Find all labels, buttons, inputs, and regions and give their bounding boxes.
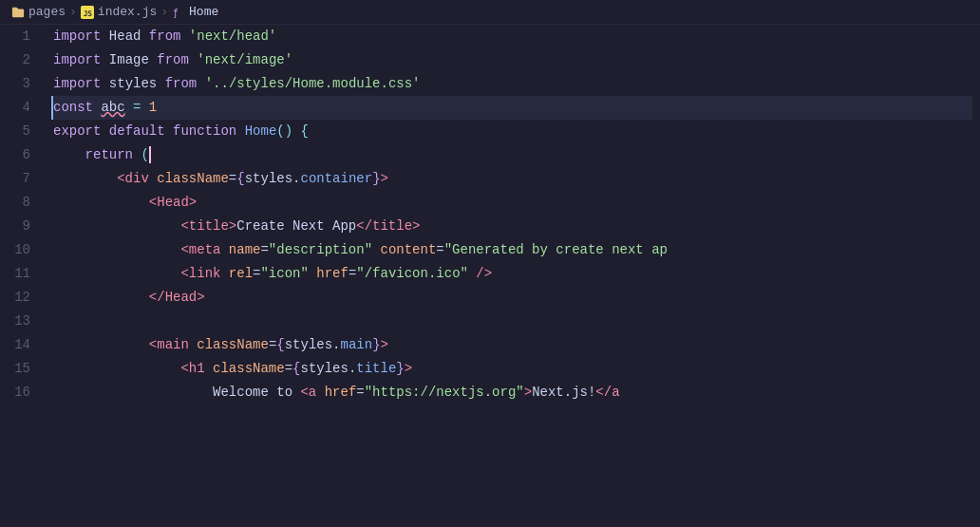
line-num-6: 6 [8,143,30,167]
js-file-icon: JS [81,6,94,19]
code-line-5: export default function Home() { [53,120,972,143]
line-num-15: 15 [8,357,30,381]
folder-icon [11,6,25,19]
code-line-6: return ( [53,143,972,167]
svg-text:JS: JS [83,9,92,18]
code-line-15: <h1 className={styles.title}> [53,357,972,381]
line-num-7: 7 [8,167,30,191]
code-line-14: <main className={styles.main}> [53,333,972,357]
breadcrumb-home-label: Home [189,5,218,19]
code-line-12: </Head> [53,286,972,310]
svg-text:ƒ: ƒ [173,7,179,17]
line-num-2: 2 [8,48,30,72]
line-num-10: 10 [8,238,30,262]
code-line-10: <meta name="description" content="Genera… [53,238,972,262]
code-line-3: import styles from '../styles/Home.modul… [53,72,972,96]
code-line-13 [53,310,972,333]
line-num-14: 14 [8,333,30,357]
line-numbers: 1 2 3 4 5 6 7 8 9 10 11 12 13 14 15 16 [0,25,46,527]
code-line-9: <title>Create Next App</title> [53,215,972,238]
breadcrumb-pages[interactable]: pages [11,5,66,19]
breadcrumb-sep-2: › [160,5,168,19]
breadcrumb-indexjs-label: index.js [98,5,157,19]
code-line-7: <div className={styles.container}> [53,167,972,191]
line-num-8: 8 [8,191,30,215]
line-num-16: 16 [8,381,30,405]
breadcrumb: pages › JS index.js › ƒ Home [0,0,980,25]
line-num-5: 5 [8,120,30,143]
breadcrumb-indexjs[interactable]: JS index.js [81,5,157,19]
function-icon: ƒ [172,6,185,19]
code-line-8: <Head> [53,191,972,215]
line-num-3: 3 [8,72,30,96]
code-line-2: import Image from 'next/image' [53,48,972,72]
line-num-9: 9 [8,215,30,238]
editor: 1 2 3 4 5 6 7 8 9 10 11 12 13 14 15 16 i… [0,25,980,527]
line-num-1: 1 [8,25,30,48]
line-num-11: 11 [8,262,30,286]
line-num-4: 4 [8,96,30,120]
code-line-16: Welcome to <a href="https://nextjs.org">… [53,381,972,405]
code-line-1: import Head from 'next/head' [53,25,972,48]
code-line-4: const abc = 1 [51,96,972,120]
breadcrumb-sep-1: › [69,5,77,19]
line-num-13: 13 [8,310,30,333]
code-content[interactable]: import Head from 'next/head' import Imag… [46,25,980,527]
breadcrumb-home[interactable]: ƒ Home [172,5,218,19]
breadcrumb-pages-label: pages [28,5,66,19]
line-num-12: 12 [8,286,30,310]
code-line-11: <link rel="icon" href="/favicon.ico" /> [53,262,972,286]
